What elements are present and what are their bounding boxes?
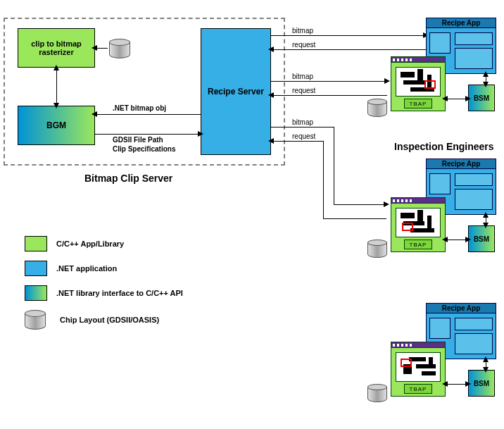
request-label-2: request (292, 87, 315, 94)
tbap-label: TBAP (404, 99, 432, 108)
legend-database-icon (25, 310, 46, 330)
recipe-app-title: Recipe App (427, 18, 496, 28)
legend-chip: Chip Layout (GDSII/OASIS) (60, 316, 159, 324)
tbap-window: TBAP (391, 342, 446, 397)
request-label-1: request (292, 41, 315, 49)
recipe-app-title: Recipe App (427, 159, 496, 169)
tbap-label: TBAP (404, 384, 432, 394)
inspection-engineers-title: Inspection Engineers (394, 141, 494, 152)
client-database-icon (367, 99, 387, 117)
bsm-box: BSM (468, 225, 495, 252)
tbap-window: TBAP (391, 56, 446, 111)
tbap-window: TBAP (391, 197, 446, 252)
rasterizer-box: clip to bitmap rasterizer (18, 28, 95, 68)
bitmap-label-1: bitmap (292, 27, 313, 35)
bsm-box: BSM (468, 85, 495, 111)
bitmap-label-2: bitmap (292, 73, 313, 80)
tbap-label: TBAP (404, 240, 432, 249)
legend-swatch-interface (25, 285, 47, 301)
recipe-server-box: Recipe Server (201, 28, 271, 155)
net-bitmap-obj-label: .NET bitmap obj (113, 104, 166, 112)
legend-interface: .NET library interface to C/C++ API (56, 289, 183, 297)
bsm-box: BSM (468, 370, 495, 397)
client-database-icon (367, 240, 387, 258)
recipe-app-title: Recipe App (427, 304, 496, 313)
legend-swatch-dotnet (25, 261, 47, 276)
clip-specs-label: Clip Specifications (113, 145, 175, 153)
rasterizer-database-icon (109, 39, 130, 58)
request-label-3: request (292, 132, 315, 140)
bgm-box: BGM (18, 106, 95, 145)
legend-cpp: C/C++ App/Library (56, 240, 124, 248)
legend-swatch-cpp (25, 236, 47, 251)
gdsii-path-label: GDSII File Path (113, 136, 163, 144)
legend-dotnet: .NET application (56, 264, 117, 273)
bitmap-clip-server-title: Bitmap Clip Server (84, 173, 172, 184)
client-database-icon (367, 384, 387, 402)
bitmap-label-3: bitmap (292, 118, 313, 126)
